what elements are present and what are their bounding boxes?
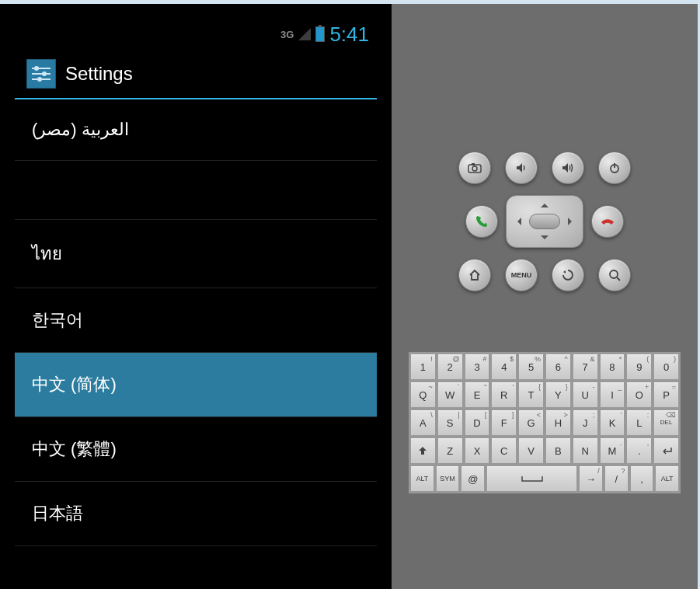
key-9[interactable]: 9( xyxy=(626,354,652,380)
key-O[interactable]: O+ xyxy=(626,382,652,408)
signal-icon xyxy=(298,28,311,40)
language-item[interactable]: 中文 (简体) xyxy=(15,353,377,417)
svg-point-3 xyxy=(42,71,47,76)
page-title: Settings xyxy=(65,63,133,85)
dpad[interactable] xyxy=(506,195,583,248)
key-,[interactable]: , xyxy=(630,465,654,492)
keyboard-row: A\S|D[F]G<H>J;K'L:DEL⌫ xyxy=(409,409,680,437)
key-5[interactable]: 5% xyxy=(518,354,544,380)
language-item[interactable]: 日本語 xyxy=(15,482,377,546)
dpad-select[interactable] xyxy=(529,214,560,229)
key-4[interactable]: 4$ xyxy=(491,354,517,380)
key-N[interactable]: N xyxy=(573,437,598,464)
key-M[interactable]: M. xyxy=(600,437,625,464)
settings-icon xyxy=(26,59,56,89)
key-W[interactable]: W` xyxy=(437,382,463,408)
key-0[interactable]: 0) xyxy=(653,354,679,380)
camera-button[interactable] xyxy=(458,152,491,184)
key-8[interactable]: 8* xyxy=(600,354,625,380)
top-button-row xyxy=(444,152,646,184)
phone-panel: 3G 5:41 Settings العر xyxy=(0,4,392,589)
language-item xyxy=(15,161,377,220)
key-E[interactable]: E" xyxy=(465,382,490,408)
settings-header: Settings xyxy=(15,50,377,99)
key-6[interactable]: 6^ xyxy=(545,354,571,380)
key-Z[interactable]: Z xyxy=(437,437,463,464)
key-2[interactable]: 2@ xyxy=(437,354,463,380)
key-sym[interactable]: SYM xyxy=(436,465,460,492)
key-B[interactable]: B xyxy=(545,437,571,464)
key-1[interactable]: 1! xyxy=(410,354,436,380)
bottom-button-row: MENU xyxy=(444,259,646,291)
svg-point-5 xyxy=(37,77,42,82)
key-@[interactable]: @ xyxy=(461,465,485,492)
emulator-keyboard: 1!2@3#4$5%6^7&8*9(0)Q~W`E"R'T{Y}U-I_O+P=… xyxy=(409,352,681,493)
key-D[interactable]: D[ xyxy=(465,410,490,436)
key-/[interactable]: /? xyxy=(604,465,629,492)
key-X[interactable]: X xyxy=(465,437,490,464)
key-F[interactable]: F] xyxy=(491,410,517,436)
svg-rect-8 xyxy=(472,163,475,166)
menu-button[interactable]: MENU xyxy=(505,259,538,291)
key-T[interactable]: T{ xyxy=(518,382,544,408)
key-alt[interactable]: ALT xyxy=(410,465,434,492)
key-J[interactable]: J; xyxy=(573,410,598,436)
key-3[interactable]: 3# xyxy=(465,354,490,380)
control-panel: MENU 1!2@3#4$5%6^7&8*9(0)Q~W`E"R'T{Y}U-I… xyxy=(392,4,698,589)
key-space[interactable] xyxy=(486,465,577,492)
key-shift[interactable] xyxy=(410,437,436,464)
key-.[interactable]: ., xyxy=(626,437,652,464)
language-list: العربية (مصر)ไทย한국어中文 (简体)中文 (繁體)日本語 xyxy=(15,99,377,546)
end-call-button[interactable] xyxy=(591,205,624,238)
status-bar: 3G 5:41 xyxy=(15,19,377,50)
key-Q[interactable]: Q~ xyxy=(410,382,436,408)
keyboard-row: ZXCVBNM.., xyxy=(409,437,680,465)
key-enter[interactable] xyxy=(653,437,679,464)
key-P[interactable]: P= xyxy=(653,382,679,408)
key-L[interactable]: L: xyxy=(626,410,652,436)
search-button[interactable] xyxy=(598,259,631,291)
key-H[interactable]: H> xyxy=(545,410,571,436)
home-button[interactable] xyxy=(458,259,491,291)
key-Y[interactable]: Y} xyxy=(545,382,571,408)
keyboard-row: Q~W`E"R'T{Y}U-I_O+P= xyxy=(409,381,680,409)
key-alt[interactable]: ALT xyxy=(655,465,679,492)
key-G[interactable]: G< xyxy=(518,410,544,436)
dpad-left-icon[interactable] xyxy=(514,218,521,225)
dpad-right-icon[interactable] xyxy=(568,218,576,225)
language-item[interactable]: العربية (مصر) xyxy=(15,99,377,161)
key-del[interactable]: DEL⌫ xyxy=(653,410,679,436)
phone-screen: 3G 5:41 Settings العر xyxy=(15,19,377,574)
language-item[interactable]: ไทย xyxy=(15,220,377,288)
key-R[interactable]: R' xyxy=(491,382,517,408)
dpad-up-icon[interactable] xyxy=(541,200,549,207)
key-→[interactable]: →/ xyxy=(579,465,603,492)
volume-down-button[interactable] xyxy=(505,152,538,184)
dpad-down-icon[interactable] xyxy=(541,235,549,243)
power-button[interactable] xyxy=(598,152,631,184)
key-A[interactable]: A\ xyxy=(410,410,436,436)
key-V[interactable]: V xyxy=(518,437,544,464)
status-time: 5:41 xyxy=(329,23,369,47)
call-button[interactable] xyxy=(465,205,498,238)
back-button[interactable] xyxy=(552,259,584,291)
volume-up-button[interactable] xyxy=(552,152,584,184)
keyboard-row: 1!2@3#4$5%6^7&8*9(0) xyxy=(409,353,680,381)
svg-point-11 xyxy=(610,270,618,278)
svg-point-7 xyxy=(472,166,477,171)
language-item[interactable]: 中文 (繁體) xyxy=(15,417,377,482)
key-S[interactable]: S| xyxy=(437,410,463,436)
status-network: 3G xyxy=(280,29,294,40)
svg-point-1 xyxy=(34,66,39,71)
key-U[interactable]: U- xyxy=(573,382,598,408)
key-C[interactable]: C xyxy=(491,437,517,464)
key-I[interactable]: I_ xyxy=(600,382,625,408)
battery-icon xyxy=(315,26,325,42)
dpad-row xyxy=(444,195,646,248)
language-item[interactable]: 한국어 xyxy=(15,288,377,353)
dpad-area: MENU xyxy=(444,152,646,302)
key-K[interactable]: K' xyxy=(600,410,625,436)
key-7[interactable]: 7& xyxy=(573,354,598,380)
emulator-container: 3G 5:41 Settings العر xyxy=(0,4,698,589)
keyboard-row: ALTSYM@→//?,ALT xyxy=(409,465,680,493)
